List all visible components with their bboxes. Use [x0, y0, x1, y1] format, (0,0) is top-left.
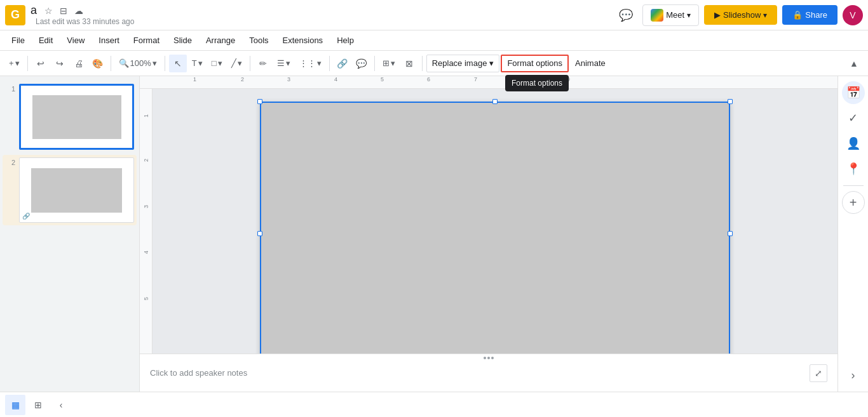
paint-format-button[interactable]: 🎨 [89, 55, 107, 72]
slideshow-button[interactable]: ▶ Slideshow ▾ [704, 5, 777, 25]
top-right-actions: 💬 Meet ▾ ▶ Slideshow ▾ 🔒 Share V [614, 4, 863, 27]
replace-image-button[interactable]: Replace image ▾ [426, 55, 500, 72]
slide-canvas[interactable] [260, 102, 730, 354]
select-tool-button[interactable]: ↖ [169, 55, 187, 72]
crop-button[interactable]: ⊞▾ [379, 55, 399, 72]
menu-slide[interactable]: Slide [167, 33, 198, 48]
slide-thumb-2[interactable]: 2 🔗 [3, 155, 137, 225]
calendar-icon-button[interactable]: 📅 [842, 81, 865, 104]
collapse-toolbar-button[interactable]: ▲ [845, 55, 863, 72]
toolbar-separator-7 [422, 56, 423, 71]
menu-extensions[interactable]: Extensions [276, 33, 330, 48]
slide-thumb-1[interactable]: 1 [3, 81, 137, 152]
handle-top-middle[interactable] [492, 99, 498, 104]
handle-top-left[interactable] [257, 99, 262, 104]
app-logo[interactable]: G [5, 5, 25, 25]
menu-edit[interactable]: Edit [32, 33, 59, 48]
task-icon-button[interactable]: ✓ [842, 107, 865, 129]
pencil-button[interactable]: ✏ [254, 55, 272, 72]
right-divider [843, 185, 864, 186]
format-options-button[interactable]: Format options [501, 55, 569, 72]
ruler-horizontal: 1 2 3 4 5 6 7 8 9 [140, 76, 837, 89]
doc-title-row: a ☆ ⊟ ☁ [31, 4, 609, 17]
shape-chevron-icon: ▾ [218, 58, 222, 68]
toolbar-right: ▲ [845, 55, 863, 72]
zoom-level: 100% [130, 58, 151, 68]
title-icons: ☆ ⊟ ☁ [42, 4, 85, 17]
align-button[interactable]: ☰▾ [273, 55, 294, 72]
redo-button[interactable]: ↪ [51, 55, 69, 72]
collapse-panel-button[interactable]: ‹ [51, 395, 71, 415]
maps-icon-button[interactable]: 📍 [842, 157, 865, 180]
right-expand-button[interactable]: › [842, 364, 865, 387]
zoom-icon: 🔍 [119, 58, 129, 68]
replace-image-chevron-icon: ▾ [489, 58, 494, 68]
shape-button[interactable]: □▾ [208, 55, 226, 72]
notes-right: ⤢ [810, 364, 827, 382]
slideshow-icon: ▶ [714, 10, 721, 20]
canvas-scroll[interactable] [153, 89, 837, 354]
meet-chevron-icon: ▾ [687, 11, 691, 20]
crop-chevron-icon: ▾ [391, 58, 395, 68]
image-options-button[interactable]: ⊠ [400, 55, 418, 72]
folder-icon[interactable]: ⊟ [57, 4, 70, 17]
toolbar: + ▾ ↩ ↪ 🖨 🎨 🔍 100% ▾ ↖ T▾ □▾ ╱▾ ✏ ☰▾ ⋮⋮▾… [0, 51, 868, 76]
avatar[interactable]: V [843, 5, 863, 25]
menu-arrange[interactable]: Arrange [200, 33, 241, 48]
menu-bar: File Edit View Insert Format Slide Arran… [0, 30, 868, 51]
menu-insert[interactable]: Insert [92, 33, 126, 48]
add-element-button[interactable]: + ▾ [5, 55, 24, 72]
line-button[interactable]: ╱▾ [227, 55, 246, 72]
last-edit-text: Last edit was 33 minutes ago [36, 17, 609, 26]
replace-image-label: Replace image [432, 58, 487, 68]
doc-title[interactable]: a [31, 4, 37, 17]
toolbar-separator-6 [374, 56, 375, 71]
comments-button[interactable]: 💬 [614, 4, 637, 27]
menu-file[interactable]: File [5, 33, 31, 48]
cloud-icon[interactable]: ☁ [72, 4, 85, 17]
slideshow-label: Slideshow [723, 10, 761, 20]
notes-dot-3 [491, 357, 494, 359]
right-add-button[interactable]: + [842, 191, 865, 214]
menu-help[interactable]: Help [330, 33, 360, 48]
distribute-button[interactable]: ⋮⋮▾ [295, 55, 325, 72]
star-icon[interactable]: ☆ [42, 4, 55, 17]
meet-button[interactable]: Meet ▾ [642, 4, 699, 26]
animate-button[interactable]: Animate [570, 55, 611, 72]
meet-icon [651, 9, 663, 22]
add-chevron-icon: ▾ [15, 58, 20, 68]
grid-view-button[interactable]: ▦ [5, 395, 25, 415]
handle-top-right[interactable] [728, 99, 733, 104]
doc-title-area: a ☆ ⊟ ☁ Last edit was 33 minutes ago [31, 4, 609, 26]
meet-label: Meet [666, 10, 684, 20]
notes-drag-handle[interactable] [484, 357, 494, 359]
toolbar-separator-1 [27, 56, 28, 71]
main-area: 1 2 🔗 [0, 76, 868, 392]
slideshow-chevron-icon: ▾ [763, 11, 767, 20]
text-box-button[interactable]: T▾ [188, 55, 207, 72]
bottom-bar: ▦ ⊞ ‹ [0, 392, 868, 417]
share-label: Share [805, 10, 827, 20]
handle-middle-left[interactable] [257, 231, 262, 236]
menu-view[interactable]: View [60, 33, 91, 48]
slide-num-2: 2 [5, 157, 15, 166]
undo-button[interactable]: ↩ [32, 55, 50, 72]
slide-1-image [32, 95, 121, 139]
filmstrip-view-button[interactable]: ⊞ [28, 395, 48, 415]
print-button[interactable]: 🖨 [70, 55, 88, 72]
menu-format[interactable]: Format [127, 33, 166, 48]
share-button[interactable]: 🔒 Share [782, 5, 837, 25]
handle-middle-right[interactable] [728, 231, 733, 236]
notes-placeholder[interactable]: Click to add speaker notes [150, 368, 247, 378]
menu-tools[interactable]: Tools [243, 33, 275, 48]
top-bar: G a ☆ ⊟ ☁ Last edit was 33 minutes ago 💬… [0, 0, 868, 30]
link-button[interactable]: 🔗 [334, 55, 351, 72]
notes-expand-button[interactable]: ⤢ [810, 364, 827, 382]
textbox-chevron-icon: ▾ [198, 58, 203, 68]
lock-icon: 🔒 [792, 10, 803, 20]
people-icon-button[interactable]: 👤 [842, 132, 865, 155]
zoom-chevron-icon: ▾ [153, 58, 157, 68]
comment-button[interactable]: 💬 [353, 55, 370, 72]
slide-2-content [20, 158, 133, 222]
zoom-button[interactable]: 🔍 100% ▾ [115, 55, 161, 72]
